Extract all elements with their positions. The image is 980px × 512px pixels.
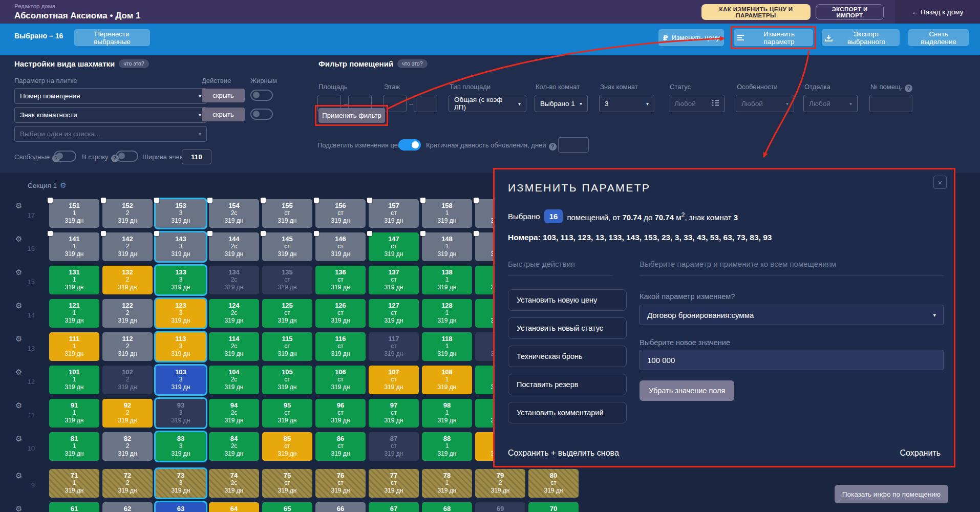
save-link[interactable]: Сохранить [900,449,941,458]
quick-action-button-3[interactable]: Техническая бронь [508,346,627,367]
section-gear-icon[interactable]: ⚙ [60,181,67,189]
unit-cell[interactable]: 75ст319 дн [262,469,312,498]
unit-cell[interactable]: 126ст319 дн [315,299,366,328]
unit-cell[interactable]: 942с319 дн [209,399,259,428]
unit-cell[interactable]: 1511319 дн [49,199,99,228]
unit-cell[interactable]: 742с319 дн [209,469,259,498]
unit-cell[interactable]: 733319 дн [156,469,206,498]
unit-cell[interactable]: 833319 дн [156,432,206,461]
unit-cell[interactable]: 1422319 дн [102,232,153,261]
filter-range-to-2[interactable] [414,95,437,112]
unit-cell[interactable]: 611319 дн [49,502,99,512]
unit-cell[interactable]: 792319 дн [475,469,525,498]
unit-cell[interactable]: 811319 дн [49,432,99,461]
tile-param-dropdown-2[interactable]: Знак комнатности▾ [14,107,207,123]
clear-selection-button[interactable]: Снять выделение [908,29,969,46]
change-price-button[interactable]: ₽ Изменить цену [658,29,724,46]
unit-cell[interactable]: 1181319 дн [422,332,472,361]
unit-cell[interactable]: 77ст319 дн [369,469,419,498]
unit-cell[interactable]: 1333319 дн [156,266,206,294]
filter-select-7[interactable]: Любой▾ [736,95,794,112]
unit-cell[interactable]: 125ст319 дн [262,299,312,328]
room-number-help-icon[interactable] [905,84,912,92]
unit-cell[interactable]: 80ст319 дн [528,469,579,498]
unit-cell[interactable]: 1242с319 дн [209,299,259,328]
floor-settings-gear-icon[interactable]: ⚙ [15,201,22,210]
unit-cell[interactable]: 1342с319 дн [209,266,259,294]
unit-cell[interactable]: 1442с319 дн [209,232,259,261]
unit-cell[interactable]: 147ст319 дн [369,232,419,261]
inline-toggle[interactable] [116,151,138,162]
export-selected-button[interactable]: Экспорт выбранного [822,29,900,46]
unit-cell[interactable]: 1411319 дн [49,232,99,261]
unit-cell[interactable]: 1322319 дн [102,266,153,294]
unit-cell[interactable]: 842с319 дн [209,432,259,461]
unit-cell[interactable]: 95ст319 дн [262,399,312,428]
unit-cell[interactable]: 1311319 дн [49,266,99,294]
unit-cell[interactable]: 1133319 дн [156,332,206,361]
unit-cell[interactable]: 633319 дн [156,502,206,512]
settings-what-is-it-pill[interactable]: что это? [119,59,148,68]
tile-param-dropdown-3[interactable]: Выбери один из списка...▾ [14,126,207,142]
close-icon[interactable]: × [933,176,947,189]
unit-cell[interactable]: 911319 дн [49,399,99,428]
quick-action-button-2[interactable]: Установить новый статус [508,317,627,339]
unit-cell[interactable]: 107ст319 дн [369,366,419,394]
unit-cell[interactable]: 105ст319 дн [262,366,312,394]
unit-cell[interactable]: 1111319 дн [49,332,99,361]
apply-filter-button[interactable]: Применить фильтр [318,108,385,123]
unit-cell[interactable]: 135ст319 дн [262,266,312,294]
unit-cell[interactable]: 781319 дн [422,469,472,498]
unit-cell[interactable]: 1081319 дн [422,366,472,394]
cell-width-input[interactable] [182,150,211,164]
floor-settings-gear-icon[interactable]: ⚙ [15,234,22,244]
export-import-button[interactable]: ЭКСПОРТ И ИМПОРТ [816,4,884,20]
back-to-house-button[interactable]: ← Назад к дому [895,0,980,24]
unit-cell[interactable]: 1211319 дн [49,299,99,328]
unit-cell[interactable]: 692319 дн [475,502,525,512]
floor-settings-gear-icon[interactable]: ⚙ [15,368,22,377]
quick-action-button-1[interactable]: Установить новую цену [508,289,627,311]
unit-cell[interactable]: 86ст319 дн [315,432,366,461]
unit-cell[interactable]: 96ст319 дн [315,399,366,428]
move-selected-button[interactable]: Перенести выбранные [74,29,150,46]
param-select[interactable]: Договор бронирования:сумма ▾ [640,305,944,325]
change-param-button[interactable]: Изменить параметр [734,29,813,46]
unit-cell[interactable]: 157ст319 дн [369,199,419,228]
floor-settings-gear-icon[interactable]: ⚙ [15,504,22,512]
unit-cell[interactable]: 137ст319 дн [369,266,419,294]
unit-cell[interactable]: 115ст319 дн [262,332,312,361]
unit-cell[interactable]: 1011319 дн [49,366,99,394]
unit-cell[interactable]: 1033319 дн [156,366,206,394]
unit-cell[interactable]: 156ст319 дн [315,199,366,228]
unit-cell[interactable]: 1042с319 дн [209,366,259,394]
filter-select-6[interactable]: Любой [669,95,725,112]
unit-cell[interactable]: 106ст319 дн [315,366,366,394]
unit-cell[interactable]: 1433319 дн [156,232,206,261]
filter-range-from-2[interactable] [383,95,407,112]
clear-value-button[interactable]: Убрать значение поля [640,380,734,401]
unit-cell[interactable]: 85ст319 дн [262,432,312,461]
filter-select-4[interactable]: Выбрано 1▾ [535,95,588,112]
tile-param-dropdown-1[interactable]: Номер помещения▾ [14,88,207,104]
unit-cell[interactable]: 1522319 дн [102,199,153,228]
filter-what-is-it-pill[interactable]: что это? [397,59,427,68]
unit-cell[interactable]: 1533319 дн [156,199,206,228]
floor-settings-gear-icon[interactable]: ⚙ [15,401,22,410]
how-to-change-button[interactable]: КАК ИЗМЕНИТЬ ЦЕНУ И ПАРАМЕТРЫ [701,4,811,20]
unit-cell[interactable]: 1122319 дн [102,332,153,361]
unit-cell[interactable]: 722319 дн [102,469,153,498]
unit-cell[interactable]: 933319 дн [156,399,206,428]
unit-cell[interactable]: 1222319 дн [102,299,153,328]
filter-input-9[interactable] [869,95,912,112]
unit-cell[interactable]: 881319 дн [422,432,472,461]
unit-cell[interactable]: 67ст319 дн [369,502,419,512]
bold-toggle-1[interactable] [250,90,273,101]
unit-cell[interactable]: 642с319 дн [209,502,259,512]
unit-cell[interactable]: 922319 дн [102,399,153,428]
unit-cell[interactable]: 681319 дн [422,502,472,512]
unit-cell[interactable]: 97ст319 дн [369,399,419,428]
unit-cell[interactable]: 1022319 дн [102,366,153,394]
highlight-prices-toggle[interactable] [398,139,421,151]
hide-tile-param-button[interactable]: скрыть [202,108,245,121]
